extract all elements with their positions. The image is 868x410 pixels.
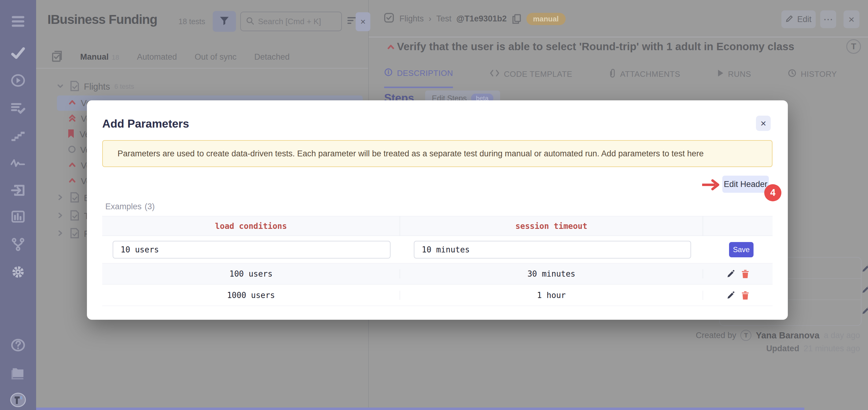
priority-high-icon [68,177,76,185]
tutorial-step-badge: 4 [764,184,781,201]
updated-ago: 21 minutes ago [803,344,860,353]
save-button[interactable]: Save [729,242,753,257]
help-icon[interactable] [8,337,28,353]
tab-automated[interactable]: Automated [137,52,177,62]
tab-description[interactable]: DESCRIPTION [384,68,453,88]
tab-attachments[interactable]: ATTACHMENTS [609,68,680,88]
breadcrumb-test: Test [436,14,452,24]
tab-out-of-sync[interactable]: Out of sync [195,52,237,62]
edit-row-pencil-icon[interactable] [726,269,736,278]
close-test-button[interactable]: × [843,10,860,28]
chevron-down-icon [56,82,64,91]
suite-doc-icon [70,210,80,222]
tree-folder-flights[interactable]: Flights 6 tests [56,79,134,94]
import-icon[interactable] [8,182,28,198]
divider [369,37,868,37]
column-header-load-conditions: load conditions [102,216,400,235]
bookmark-icon [67,129,75,140]
suite-doc-icon [70,227,80,240]
parameters-table-header: load conditions session timeout [102,216,773,236]
tests-filter-tabs: Manual18 Automated Out of sync Detached [36,46,368,68]
parameter-row: 100 users 30 minutes [102,263,773,285]
gear-icon[interactable] [8,264,28,280]
manual-badge: manual [526,13,566,25]
pencil-icon[interactable] [861,264,868,273]
tab-runs[interactable]: RUNS [717,68,751,88]
tab-manual[interactable]: Manual18 [80,52,119,62]
copy-icon[interactable] [512,13,522,25]
filter-button[interactable] [213,11,236,32]
tree-folder-label: Flights [84,82,110,92]
testomat-logo[interactable] [8,392,28,408]
chevron-right-icon [56,193,64,202]
chevron-right-icon [56,229,64,238]
app-screen: IBusiness Funding 18 tests × Manual18 Au… [0,0,868,410]
pulse-icon[interactable] [8,155,28,170]
project-title: IBusiness Funding [48,12,157,27]
test-id: @T1e9301b2 [456,14,506,24]
cell-load-conditions: 100 users [102,269,400,278]
play-icon [717,69,724,79]
delete-row-trash-icon[interactable] [741,269,749,279]
edit-row-pencil-icon[interactable] [726,291,736,300]
pencil-icon[interactable] [861,306,868,315]
checklist-icon [52,50,62,64]
parameters-table: load conditions session timeout Save 100… [102,216,773,306]
funnel-icon [219,15,229,27]
tab-code-template[interactable]: CODE TEMPLATE [490,68,572,88]
search-icon [246,17,254,26]
play-circle-icon[interactable] [8,72,28,88]
parameter-row: 1000 users 1 hour [102,285,773,306]
delete-row-trash-icon[interactable] [741,290,749,300]
modal-close-button[interactable]: × [756,116,771,131]
docs-icon[interactable] [8,365,28,381]
pencil-icon[interactable] [861,285,868,294]
steps-icon[interactable] [8,127,28,143]
menu-icon[interactable] [8,13,28,29]
pencil-icon [786,14,794,25]
add-parameters-modal: Add Parameters × Parameters are used to … [87,100,788,320]
examples-count: (3) [145,202,155,211]
divider [36,68,368,68]
load-conditions-input[interactable] [113,241,391,258]
avatar[interactable]: T [846,39,861,54]
tab-detached[interactable]: Detached [254,52,290,62]
column-header-actions [703,216,773,235]
cell-session-timeout: 1 hour [400,291,703,300]
paperclip-icon [609,68,616,80]
test-title: Verify that the user is able to select '… [397,40,819,53]
history-clock-icon [788,69,796,80]
author-avatar: T [740,330,751,341]
edit-button[interactable]: Edit [781,10,816,28]
test-meta-footer: Created by T Yana Baranova a day ago Upd… [369,330,860,356]
search-input[interactable] [258,17,329,26]
tests-count: 18 tests [179,17,205,26]
detail-tabs: DESCRIPTION CODE TEMPLATE ATTACHMENTS RU… [384,68,837,88]
priority-highest-icon [68,114,76,124]
list-check-icon[interactable] [8,100,28,116]
search-box[interactable] [240,12,342,31]
suite-doc-icon [70,80,80,93]
filter-lines-icon[interactable] [347,16,356,26]
breadcrumb-folder[interactable]: Flights [399,14,424,24]
updated-label: Updated [766,344,799,353]
session-timeout-input[interactable] [414,241,691,258]
modal-title: Add Parameters [102,118,189,130]
edit-header-button[interactable]: Edit Header [722,176,769,193]
tests-panel-header: IBusiness Funding 18 tests × [36,0,368,43]
branch-icon[interactable] [8,236,28,252]
suite-doc-icon [70,192,80,204]
more-button[interactable]: ⋯ [820,10,836,28]
tutorial-arrow-icon [702,176,720,193]
bottom-scrollbar[interactable] [36,408,804,410]
priority-high-icon [68,99,76,107]
clear-filter-button[interactable]: × [355,12,370,31]
check-icon[interactable] [8,45,28,61]
info-icon [384,68,393,78]
author-name[interactable]: Yana Baranova [756,330,819,341]
chevron-right-icon [56,212,64,221]
breadcrumb: Flights › Test @T1e9301b2 manual [383,12,566,25]
tab-history[interactable]: HISTORY [788,68,837,88]
analytics-icon[interactable] [8,209,28,225]
column-header-session-timeout: session timeout [400,216,703,235]
